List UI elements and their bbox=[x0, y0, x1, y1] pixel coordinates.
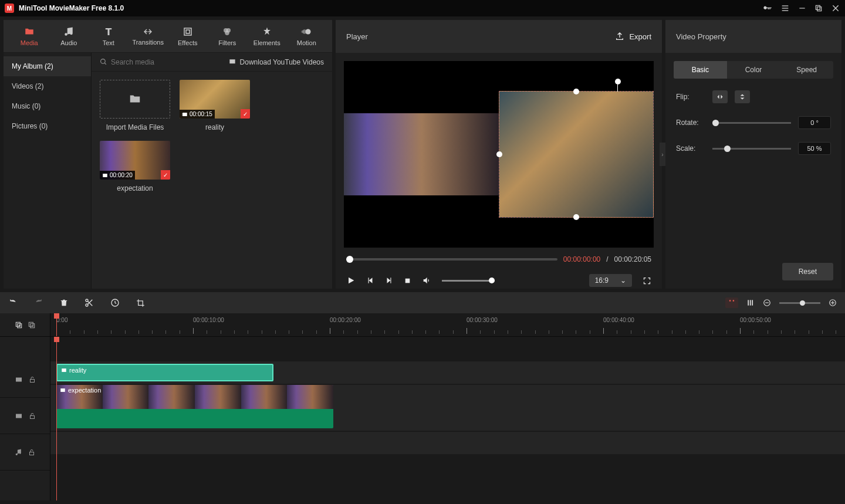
collapse-handle[interactable]: › bbox=[660, 143, 665, 166]
titlebar: M MiniTool MovieMaker Free 8.1.0 bbox=[0, 0, 845, 16]
check-icon: ✓ bbox=[161, 170, 170, 180]
media-icon bbox=[23, 26, 35, 37]
magnet-button[interactable] bbox=[725, 297, 738, 308]
property-tab-color[interactable]: Color bbox=[727, 61, 780, 79]
elements-icon bbox=[262, 26, 272, 37]
playhead[interactable] bbox=[56, 313, 57, 336]
rotate-handle[interactable] bbox=[615, 79, 621, 84]
resize-handle-top[interactable] bbox=[573, 89, 579, 94]
tab-filters[interactable]: Filters bbox=[208, 20, 248, 53]
filters-icon bbox=[222, 26, 232, 37]
crop-button[interactable] bbox=[136, 299, 145, 307]
svg-line-17 bbox=[104, 63, 106, 65]
folder-icon bbox=[127, 93, 143, 106]
add-track-button[interactable] bbox=[15, 321, 23, 329]
fullscreen-button[interactable] bbox=[643, 276, 651, 285]
tab-media[interactable]: Media bbox=[9, 20, 49, 53]
preview-canvas[interactable] bbox=[344, 61, 654, 248]
maximize-icon[interactable] bbox=[814, 4, 823, 12]
key-icon[interactable] bbox=[763, 4, 772, 13]
svg-rect-46 bbox=[16, 414, 22, 418]
svg-point-15 bbox=[301, 30, 304, 33]
library-item[interactable]: Pictures (0) bbox=[4, 116, 91, 136]
time-current: 00:00:00:00 bbox=[563, 255, 600, 263]
library-item[interactable]: Videos (2) bbox=[4, 76, 91, 96]
search-input[interactable] bbox=[111, 58, 217, 66]
tab-audio[interactable]: Audio bbox=[49, 20, 89, 53]
remove-track-button[interactable] bbox=[28, 321, 36, 329]
lock-icon[interactable] bbox=[28, 448, 35, 456]
property-tab-speed[interactable]: Speed bbox=[780, 61, 833, 79]
redo-button[interactable] bbox=[34, 298, 43, 307]
property-panel: › Video Property BasicColorSpeed Flip: R… bbox=[665, 20, 841, 289]
svg-rect-22 bbox=[103, 174, 107, 177]
export-button[interactable]: Export bbox=[615, 32, 651, 41]
video-icon bbox=[15, 376, 23, 383]
library-item[interactable]: My Album (2) bbox=[4, 56, 91, 76]
speed-button[interactable] bbox=[110, 298, 120, 307]
play-button[interactable] bbox=[346, 276, 356, 285]
resize-handle-left[interactable] bbox=[496, 151, 502, 157]
menu-icon[interactable] bbox=[780, 4, 790, 13]
minimize-icon[interactable] bbox=[798, 4, 806, 12]
text-icon bbox=[103, 26, 114, 37]
music-icon bbox=[15, 448, 22, 456]
flip-horizontal-button[interactable] bbox=[712, 90, 728, 103]
audio-track-head bbox=[0, 434, 50, 471]
scale-value[interactable]: 50 % bbox=[798, 142, 831, 155]
tab-text[interactable]: Text bbox=[89, 20, 129, 53]
search-icon bbox=[100, 58, 107, 66]
split-button[interactable] bbox=[84, 298, 94, 307]
player-panel: Player Export 00:00:00:00 / bbox=[336, 20, 662, 289]
flip-vertical-button[interactable] bbox=[735, 90, 750, 103]
tab-transitions[interactable]: Transitions bbox=[129, 20, 168, 53]
svg-rect-45 bbox=[30, 379, 34, 382]
scale-slider[interactable] bbox=[712, 148, 791, 150]
preview-selected-clip[interactable] bbox=[499, 91, 654, 218]
media-tile-expectation[interactable]: 00:00:20 ✓ expectation bbox=[100, 141, 170, 192]
resize-handle-bottom[interactable] bbox=[573, 214, 579, 220]
lock-icon[interactable] bbox=[29, 412, 36, 420]
timeline-ruler[interactable]: 0:0000:00:10:0000:00:20:0000:00:30:0000:… bbox=[50, 313, 845, 336]
zoom-in-button[interactable] bbox=[829, 299, 837, 307]
svg-point-12 bbox=[225, 31, 230, 35]
timeline-tracks-area[interactable]: reality expectation bbox=[50, 337, 845, 500]
lock-icon[interactable] bbox=[29, 376, 36, 384]
property-tab-basic[interactable]: Basic bbox=[674, 61, 727, 79]
timeline-clip-expectation[interactable]: expectation bbox=[56, 385, 333, 428]
import-media-tile[interactable]: Import Media Files bbox=[100, 80, 170, 131]
seek-slider[interactable] bbox=[346, 258, 557, 261]
svg-rect-27 bbox=[729, 300, 731, 301]
stop-button[interactable] bbox=[404, 277, 411, 285]
svg-rect-20 bbox=[182, 114, 182, 114]
prev-frame-button[interactable] bbox=[366, 276, 374, 285]
reset-button[interactable]: Reset bbox=[782, 263, 833, 280]
zoom-slider[interactable] bbox=[779, 302, 820, 304]
volume-slider[interactable] bbox=[442, 280, 495, 282]
zoom-out-button[interactable] bbox=[763, 299, 771, 307]
tab-effects[interactable]: Effects bbox=[168, 20, 208, 53]
download-youtube-link[interactable]: Download YouTube Videos bbox=[228, 58, 324, 66]
library-item[interactable]: Music (0) bbox=[4, 96, 91, 116]
undo-button[interactable] bbox=[8, 298, 18, 307]
rotate-slider[interactable] bbox=[712, 122, 791, 124]
timeline-clip-reality[interactable]: reality bbox=[56, 364, 273, 381]
delete-button[interactable] bbox=[60, 298, 68, 307]
svg-rect-47 bbox=[30, 415, 34, 418]
volume-icon[interactable] bbox=[422, 276, 431, 285]
playhead-line[interactable] bbox=[56, 337, 57, 500]
media-tile-reality[interactable]: 00:00:15 ✓ reality bbox=[180, 80, 250, 131]
next-frame-button[interactable] bbox=[385, 276, 393, 285]
svg-rect-31 bbox=[752, 300, 753, 305]
main-tabs: MediaAudioTextTransitionsEffectsFiltersE… bbox=[4, 20, 332, 53]
svg-rect-48 bbox=[30, 452, 34, 455]
flip-label: Flip: bbox=[676, 93, 705, 101]
tab-motion[interactable]: Motion bbox=[287, 20, 327, 53]
close-icon[interactable] bbox=[831, 4, 840, 13]
align-button[interactable] bbox=[746, 299, 755, 307]
rotate-value[interactable]: 0 ° bbox=[798, 116, 831, 129]
svg-rect-5 bbox=[817, 7, 822, 11]
svg-rect-23 bbox=[405, 278, 410, 283]
aspect-ratio-select[interactable]: 16:9⌄ bbox=[589, 274, 632, 287]
tab-elements[interactable]: Elements bbox=[247, 20, 287, 53]
